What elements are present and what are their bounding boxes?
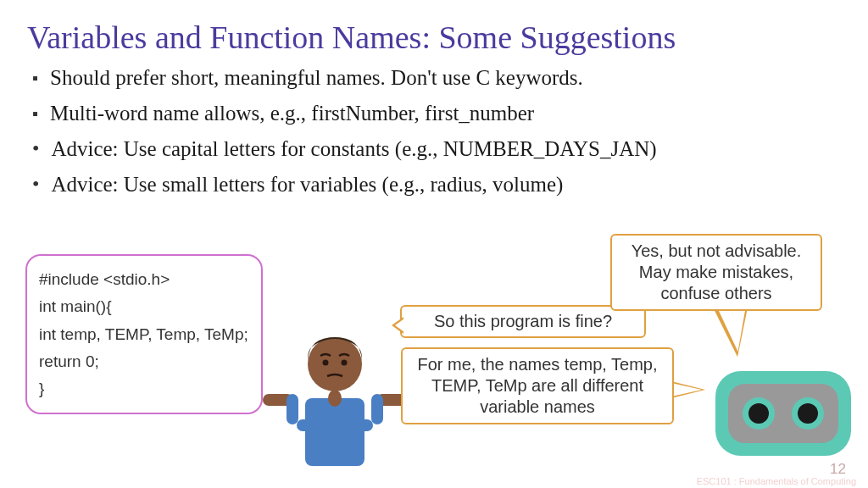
speech-bubble-answer-1: Yes, but not advisable. May make mistake… (610, 234, 822, 311)
slide-title: Variables and Function Names: Some Sugge… (0, 0, 868, 56)
bullet-list: Should prefer short, meaningful names. D… (0, 56, 868, 197)
svg-point-9 (328, 390, 342, 407)
bullet-item: Advice: Use capital letters for constant… (32, 137, 868, 161)
bullet-item: Multi-word name allows, e.g., firstNumbe… (32, 102, 868, 125)
svg-point-7 (323, 360, 329, 366)
bullet-text: Multi-word name allows, e.g., firstNumbe… (50, 102, 534, 125)
bullet-text: Advice: Use small letters for variables … (51, 173, 563, 197)
svg-rect-4 (305, 398, 364, 466)
bullet-item: Should prefer short, meaningful names. D… (32, 66, 868, 90)
svg-point-6 (308, 337, 362, 391)
bullet-text: Advice: Use capital letters for constant… (51, 137, 656, 161)
speech-bubble-answer-2: For me, the names temp, Temp, TEMP, TeMp… (401, 347, 674, 424)
code-line: } (39, 375, 249, 402)
svg-rect-1 (287, 394, 298, 424)
code-line: #include <stdio.h> (39, 266, 249, 293)
shrug-person-icon (263, 313, 407, 469)
svg-rect-3 (371, 394, 383, 424)
speech-tail (671, 383, 702, 396)
code-line: int main(){ (39, 293, 249, 320)
watermark: ESC101 : Fundamentals of Computing (697, 476, 856, 486)
speech-bubble-question: So this program is fine? (400, 305, 646, 338)
svg-point-8 (342, 360, 348, 366)
svg-rect-5 (297, 419, 373, 431)
bullet-text: Should prefer short, meaningful names. D… (50, 66, 583, 90)
code-line: int temp, TEMP, Temp, TeMp; (39, 321, 249, 348)
robot-icon (715, 371, 851, 456)
bullet-item: Advice: Use small letters for variables … (32, 173, 868, 197)
code-line: return 0; (39, 348, 249, 375)
code-snippet: #include <stdio.h> int main(){ int temp,… (25, 254, 263, 414)
